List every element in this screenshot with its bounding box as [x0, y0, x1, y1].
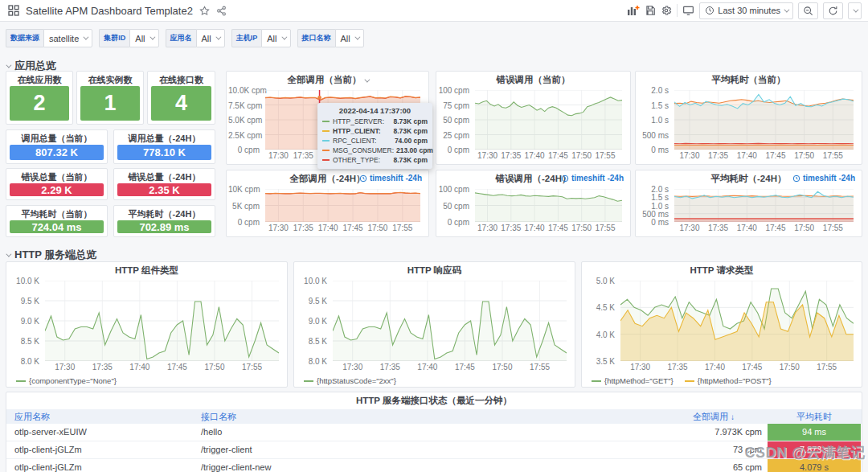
panel-latency-24h[interactable]: 平均耗时（-24H） timeshift -24h 2.0 s1.5 s1.0 … [635, 170, 862, 237]
col-header-app[interactable]: 应用名称 [14, 409, 50, 424]
latency-current-chart[interactable]: 2.0 s1.5 s1.0 s500 ms0 ms17:3017:3517:40… [637, 86, 860, 162]
series-color-dash [322, 150, 330, 151]
panel-menu-icon[interactable] [364, 77, 370, 83]
panel-http-status[interactable]: HTTP 响应码 10.0 K9.5 K9.0 K8.5 K8.0 K17:30… [293, 261, 575, 388]
timeshift-badge: timeshift -24h [359, 174, 422, 183]
table-row[interactable]: otlp-server-xEUIW /hello 7.973K cpm 94 m… [6, 424, 862, 441]
chart-legend: {componentType="None"} [16, 376, 117, 385]
stat-latency-current[interactable]: 平均耗时（当前） 724.04 ms [6, 205, 108, 237]
variable-cluster-value[interactable]: All [129, 29, 158, 47]
time-range-label: Last 30 minutes [718, 6, 780, 15]
col-header-latency[interactable]: 平均耗时 [768, 409, 861, 424]
refresh-interval-dropdown[interactable] [848, 2, 862, 19]
variable-endpoint-value[interactable]: All [335, 29, 364, 47]
dashboard-title: Satellite APM Dashboard Template2 [26, 5, 193, 17]
tv-mode-icon[interactable] [682, 5, 694, 16]
http-status-chart[interactable]: 10.0 K9.5 K9.0 K8.5 K8.0 K17:3017:3517:4… [296, 277, 573, 374]
variable-datasource: 数据来源satellite [6, 29, 92, 47]
settings-gear-icon[interactable] [661, 5, 672, 16]
template-variables: 数据来源satellite 集群IDAll 应用名All 主机IPAll 接口名… [6, 29, 364, 47]
variable-endpoint: 接口名称All [297, 29, 364, 47]
errors-24h-chart[interactable]: 100 cpm50 cpm0 cpm17:3017:3517:4017:4517… [438, 185, 628, 235]
stat-calls-current[interactable]: 调用总量（当前） 807.32 K [6, 129, 108, 164]
stat-online-endpoints[interactable]: 在线接口数 4 [147, 71, 215, 125]
stat-calls-24h[interactable]: 调用总量（-24H） 778.10 K [113, 129, 215, 164]
refresh-button[interactable] [823, 2, 843, 19]
panel-errors-current[interactable]: 错误调用（当前） 100 cpm75 cpm50 cpm25 cpm0 cpm1… [436, 71, 631, 165]
variable-app-value[interactable]: All [196, 29, 225, 47]
legend-item[interactable]: {httpMethod="POST"} [685, 376, 772, 385]
variable-datasource-value[interactable]: satellite [43, 29, 92, 47]
variable-cluster-label: 集群ID [99, 29, 129, 47]
section-http[interactable]: HTTP 服务端总览 [6, 248, 96, 262]
http-method-chart[interactable]: 5.0 K4.5 K4.0 K3.5 K17:3017:3517:4017:45… [583, 277, 860, 374]
col-header-calls[interactable]: 全部调用 ↓ [665, 409, 762, 425]
table-header: 应用名称 接口名称 全部调用 ↓ 平均耗时 [6, 409, 862, 424]
variable-app: 应用名All [166, 29, 225, 47]
stat-errors-current[interactable]: 错误总量（当前） 2.29 K [6, 168, 108, 200]
star-icon[interactable] [199, 6, 210, 16]
add-panel-icon[interactable] [627, 5, 640, 16]
chart-legend: {httpStatusCode="2xx"} [304, 376, 396, 385]
latency-24h-chart[interactable]: 2.0 s1.5 s1.0 s500 ms0 ms17:3017:3517:40… [637, 185, 860, 235]
panel-errors-24h[interactable]: 错误调用（-24H） timeshift -24h 100 cpm50 cpm0… [436, 170, 631, 237]
legend-item[interactable]: {httpStatusCode="2xx"} [304, 376, 396, 385]
panel-http-component[interactable]: HTTP 组件类型 10.0 K9.5 K9.0 K8.5 K8.0 K17:3… [6, 261, 288, 388]
stat-online-instances[interactable]: 在线实例数 1 [76, 71, 144, 125]
series-color-dash [322, 140, 330, 142]
legend-item[interactable]: {componentType="None"} [16, 376, 117, 385]
col-header-endpoint[interactable]: 接口名称 [201, 409, 236, 424]
series-color-dash [322, 130, 330, 132]
dashboard-body: 数据来源satellite 集群IDAll 应用名All 主机IPAll 接口名… [0, 22, 868, 472]
variable-host: 主机IPAll [231, 29, 291, 47]
zoom-out-button[interactable] [798, 2, 818, 19]
top-nav: Satellite APM Dashboard Template2 Last 3… [0, 0, 868, 22]
legend-item[interactable]: {httpMethod="GET"} [592, 376, 674, 385]
table-row[interactable]: otlp-client-jGLZm /trigger-client-new 65… [6, 459, 862, 472]
errors-current-chart[interactable]: 100 cpm75 cpm50 cpm25 cpm0 cpm17:3017:35… [438, 86, 628, 162]
variable-endpoint-label: 接口名称 [297, 29, 335, 47]
save-icon[interactable] [645, 5, 656, 16]
variable-app-label: 应用名 [166, 29, 196, 47]
stat-online-apps[interactable]: 在线应用数 2 [6, 71, 73, 125]
time-picker[interactable]: Last 30 minutes [699, 2, 793, 19]
panel-calls-24h[interactable]: 全部调用（-24H） timeshift -24h 10K cpm5K cpm0… [226, 170, 429, 237]
http-component-chart[interactable]: 10.0 K9.5 K9.0 K8.5 K8.0 K17:3017:3517:4… [8, 277, 285, 374]
stat-latency-24h[interactable]: 平均耗时（-24H） 702.89 ms [113, 205, 215, 237]
panel-http-method[interactable]: HTTP 请求类型 5.0 K4.5 K4.0 K3.5 K17:3017:35… [581, 261, 862, 388]
panel-latency-current[interactable]: 平均耗时（当前） 2.0 s1.5 s1.0 s500 ms0 ms17:301… [635, 71, 862, 165]
chart-legend: {httpMethod="GET"} {httpMethod="POST"} [592, 376, 772, 385]
timeshift-badge: timeshift -24h [792, 174, 855, 183]
share-icon[interactable] [216, 6, 227, 16]
collapse-chevron-icon [6, 62, 11, 68]
variable-host-label: 主机IP [231, 29, 262, 47]
table-row[interactable]: otlp-client-jGLZm /trigger-client 73 cpm… [6, 441, 862, 459]
variable-host-value[interactable]: All [261, 29, 290, 47]
variable-cluster: 集群IDAll [99, 29, 158, 47]
series-color-dash [322, 121, 330, 122]
timeshift-badge: timeshift -24h [561, 174, 624, 183]
calls-24h-chart[interactable]: 10K cpm5K cpm0 cpm17:3017:3517:4017:4517… [228, 185, 427, 235]
series-color-dash [322, 159, 330, 161]
latency-cell: 94 ms [768, 424, 861, 441]
chart-tooltip: 2022-04-14 17:37:00 HTTP_SERVER:8.73K cp… [317, 103, 432, 169]
panel-http-endpoint-table[interactable]: HTTP 服务端接口状态（最近一分钟） 应用名称 接口名称 全部调用 ↓ 平均耗… [6, 392, 862, 472]
watermark: CSDN @云满笔记 [744, 443, 866, 462]
variable-datasource-label: 数据来源 [6, 29, 43, 47]
stat-errors-24h[interactable]: 错误总量（-24H） 2.35 K [113, 168, 215, 200]
dashboard-grid-icon[interactable] [8, 5, 19, 16]
collapse-chevron-icon [6, 251, 11, 257]
